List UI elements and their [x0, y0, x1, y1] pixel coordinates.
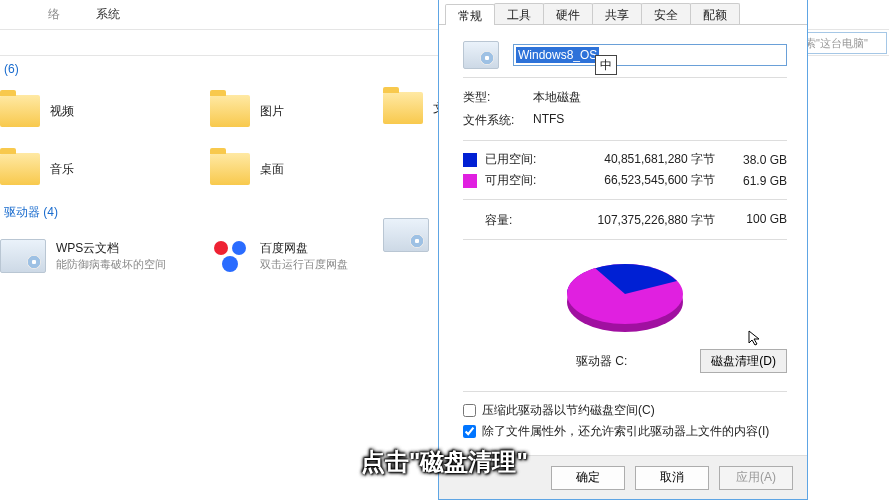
drive-big-icon	[463, 41, 499, 69]
used-label: 已用空间:	[485, 151, 555, 168]
tab-strip: 常规 工具 硬件 共享 安全 配额	[439, 0, 807, 25]
fs-value: NTFS	[533, 112, 564, 129]
tab-tools[interactable]: 工具	[494, 3, 544, 24]
used-bytes: 40,851,681,280 字节	[555, 151, 731, 168]
folder-label: 桌面	[260, 161, 284, 178]
index-checkbox[interactable]	[463, 425, 476, 438]
folder-icon	[210, 153, 250, 185]
drives-grid: WPS云文档 能防御病毒破坏的空间 百度网盘 双击运行百度网盘	[0, 227, 440, 285]
divider	[463, 239, 787, 240]
tab-hardware[interactable]: 硬件	[543, 3, 593, 24]
divider	[463, 140, 787, 141]
drive-icon	[383, 218, 429, 252]
ime-indicator[interactable]: 中	[595, 55, 617, 75]
divider	[463, 199, 787, 200]
baidu-icon	[210, 236, 250, 276]
ok-button[interactable]: 确定	[551, 466, 625, 490]
drive-label: WPS云文档	[56, 240, 166, 257]
free-label: 可用空间:	[485, 172, 555, 189]
compress-label: 压缩此驱动器以节约磁盘空间(C)	[482, 402, 655, 419]
capacity-bytes: 107,375,226,880 字节	[555, 212, 731, 229]
pie-drive-label: 驱动器 C:	[463, 353, 700, 370]
free-space-row: 可用空间: 66,523,545,600 字节 61.9 GB	[463, 170, 787, 191]
usage-pie-chart	[555, 254, 695, 340]
folder-icon	[0, 95, 40, 127]
tab-security[interactable]: 安全	[641, 3, 691, 24]
free-bytes: 66,523,545,600 字节	[555, 172, 731, 189]
free-gb: 61.9 GB	[731, 174, 787, 188]
drive-name-value: Windows8_OS	[516, 47, 599, 63]
general-panel: Windows8_OS 中 类型: 本地磁盘 文件系统: NTFS 已用空间: …	[439, 25, 807, 455]
cursor-icon	[747, 329, 765, 347]
tutorial-caption: 点击"磁盘清理"	[361, 446, 528, 478]
compress-checkbox[interactable]	[463, 404, 476, 417]
folders-grid: 视频 图片 音乐 桌面	[0, 82, 440, 198]
folder-item[interactable]: 音乐	[0, 140, 210, 198]
properties-dialog: 常规 工具 硬件 共享 安全 配额 Windows8_OS 中 类型: 本地磁盘…	[438, 0, 808, 500]
ribbon-sep: 络	[30, 2, 78, 27]
drive-icon	[0, 239, 46, 273]
folder-item[interactable]: 桌面	[210, 140, 420, 198]
ribbon-tab-system[interactable]: 系统	[78, 2, 138, 27]
used-space-row: 已用空间: 40,851,681,280 字节 38.0 GB	[463, 149, 787, 170]
fs-row: 文件系统: NTFS	[463, 109, 787, 132]
capacity-gb: 100 GB	[731, 212, 787, 229]
type-label: 类型:	[463, 89, 533, 106]
free-swatch	[463, 174, 477, 188]
drive-name-input[interactable]: Windows8_OS	[513, 44, 787, 66]
capacity-label: 容量:	[485, 212, 555, 229]
index-label: 除了文件属性外，还允许索引此驱动器上文件的内容(I)	[482, 423, 769, 440]
type-row: 类型: 本地磁盘	[463, 86, 787, 109]
drive-sub: 双击运行百度网盘	[260, 257, 348, 272]
disk-cleanup-button[interactable]: 磁盘清理(D)	[700, 349, 787, 373]
cancel-button[interactable]: 取消	[635, 466, 709, 490]
folder-icon	[383, 92, 423, 124]
fs-label: 文件系统:	[463, 112, 533, 129]
divider	[463, 391, 787, 392]
folder-item[interactable]: 视频	[0, 82, 210, 140]
drive-label: 百度网盘	[260, 240, 348, 257]
divider	[463, 77, 787, 78]
tab-general[interactable]: 常规	[445, 4, 495, 25]
capacity-row: 容量: 107,375,226,880 字节 100 GB	[463, 208, 787, 231]
type-value: 本地磁盘	[533, 89, 581, 106]
index-checkbox-row[interactable]: 除了文件属性外，还允许索引此驱动器上文件的内容(I)	[463, 421, 787, 442]
compress-checkbox-row[interactable]: 压缩此驱动器以节约磁盘空间(C)	[463, 400, 787, 421]
folder-label: 音乐	[50, 161, 74, 178]
folder-item-partial[interactable]: 文	[383, 92, 445, 124]
folder-label: 视频	[50, 103, 74, 120]
drives-group-header[interactable]: 驱动器 (4)	[0, 198, 440, 227]
folder-icon	[0, 153, 40, 185]
drive-sub: 能防御病毒破坏的空间	[56, 257, 166, 272]
folder-icon	[210, 95, 250, 127]
used-gb: 38.0 GB	[731, 153, 787, 167]
apply-button[interactable]: 应用(A)	[719, 466, 793, 490]
tab-sharing[interactable]: 共享	[592, 3, 642, 24]
tab-quota[interactable]: 配额	[690, 3, 740, 24]
folders-group-header[interactable]: (6)	[0, 56, 440, 82]
folder-label: 图片	[260, 103, 284, 120]
pie-chart-wrap: 驱动器 C: 磁盘清理(D)	[463, 248, 787, 373]
explorer-window: 络 系统 搜索"这台电脑" (6) 视频 图片 音乐 桌面 驱动器 (4) WP…	[0, 0, 889, 500]
main-content: (6) 视频 图片 音乐 桌面 驱动器 (4) WPS云文档 能防御病毒破坏的空…	[0, 56, 440, 285]
used-swatch	[463, 153, 477, 167]
drive-item[interactable]: WPS云文档 能防御病毒破坏的空间	[0, 227, 210, 285]
